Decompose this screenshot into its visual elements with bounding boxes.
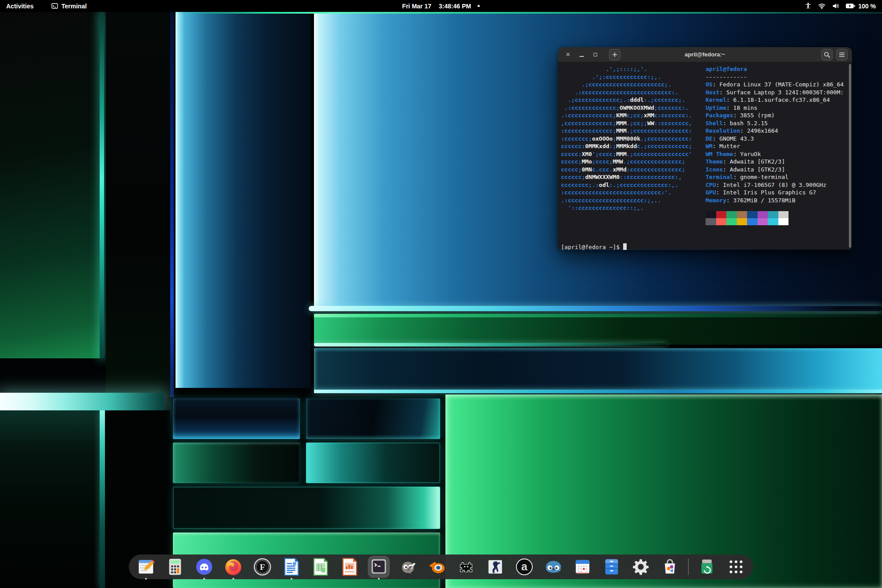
maximize-icon[interactable] [591, 51, 599, 59]
show-apps-icon [726, 557, 746, 577]
dock-item-text-editor[interactable] [135, 556, 157, 578]
close-icon[interactable]: × [564, 51, 572, 59]
dock: Fa [129, 555, 753, 579]
battery-indicator[interactable]: 100 % [845, 3, 876, 10]
dock-item-show-apps[interactable] [725, 556, 747, 578]
svg-text:a: a [521, 560, 528, 573]
running-indicator [145, 578, 147, 580]
notification-dot [478, 5, 480, 7]
palette-swatch [758, 211, 768, 218]
firefox-icon [223, 557, 243, 577]
palette-swatch [758, 218, 768, 225]
running-indicator [232, 578, 234, 580]
palette-swatch [747, 218, 758, 225]
focused-app-name: Terminal [61, 3, 86, 10]
dock-item-discord[interactable] [193, 556, 215, 578]
svg-text:F: F [260, 562, 265, 572]
wallpaper-green-line [314, 314, 882, 317]
palette-swatch [726, 211, 737, 218]
software-icon [660, 557, 680, 577]
accessibility-icon[interactable] [804, 2, 812, 10]
palette-swatch [747, 211, 758, 218]
dock-item-software[interactable] [659, 556, 681, 578]
wallpaper-glow-line [314, 343, 667, 346]
blender-icon [427, 557, 447, 577]
dock-item-godot[interactable] [542, 556, 564, 578]
wifi-icon[interactable] [818, 2, 826, 10]
wallpaper-frame-5 [173, 487, 440, 529]
terminal-body[interactable]: .',;::::;,'. .';:cccccccccccc:;,. .;cccc… [558, 62, 852, 249]
focused-app-menu[interactable]: Terminal [51, 3, 86, 10]
dock-item-retroarch[interactable] [455, 556, 477, 578]
palette-swatch [768, 211, 778, 218]
palette-swatch [726, 218, 737, 225]
wallpaper-cyan-line [309, 306, 882, 311]
volume-icon[interactable] [832, 2, 840, 10]
text-editor-icon [136, 557, 156, 577]
dock-item-a-app[interactable]: a [513, 556, 535, 578]
discord-icon [194, 557, 214, 577]
palette-swatch [737, 211, 747, 218]
dock-item-libreoffice-impress[interactable] [339, 556, 361, 578]
neofetch-ascii-art: .',;::::;,'. .';:cccccccccccc:;,. .;cccc… [561, 65, 692, 212]
retroarch-icon [456, 557, 476, 577]
wallpaper-green-band [314, 317, 882, 345]
dock-item-blender[interactable] [426, 556, 448, 578]
wallpaper-panel-navy [176, 12, 310, 388]
terminal-icon [369, 557, 389, 577]
battery-percent: 100 % [858, 3, 876, 10]
dock-item-calculator[interactable] [164, 556, 186, 578]
dock-item-trash[interactable] [696, 556, 718, 578]
dock-item-libreoffice-writer[interactable] [280, 556, 303, 578]
wallpaper-panel-bottom-left [0, 410, 100, 588]
dock-item-f-app[interactable]: F [251, 556, 273, 578]
counter-strike-icon [485, 557, 505, 577]
battery-icon [845, 3, 856, 9]
palette-swatch [768, 218, 778, 225]
settings-icon [631, 557, 651, 577]
libreoffice-calc-icon [310, 557, 331, 577]
wallpaper-teal-band [314, 348, 882, 391]
shell-prompt: [april@fedora ~]$ [561, 244, 620, 250]
dock-item-files[interactable] [601, 556, 623, 578]
terminal-title: april@fedora:~ [685, 51, 725, 58]
calculator-icon [165, 557, 185, 577]
top-bar: Activities Terminal Fri Mar 17 3:48:46 P… [0, 0, 882, 12]
running-indicator [378, 578, 380, 580]
running-indicator [291, 578, 292, 580]
clock-button[interactable]: Fri Mar 17 3:48:46 PM [402, 3, 480, 10]
search-button[interactable] [821, 49, 833, 60]
palette-swatch [716, 218, 727, 225]
dock-item-settings[interactable] [630, 556, 652, 578]
new-tab-button[interactable] [609, 49, 620, 60]
dock-item-calendar[interactable] [572, 556, 594, 578]
minimize-icon[interactable] [578, 51, 586, 59]
a-app-icon: a [514, 557, 534, 577]
palette-swatch [778, 218, 789, 225]
activities-button[interactable]: Activities [0, 3, 40, 10]
calendar-icon [572, 557, 593, 577]
dock-item-terminal[interactable] [368, 556, 390, 578]
wallpaper-glow-bar-left [0, 393, 164, 410]
godot-icon [543, 557, 564, 577]
wallpaper-frame-4 [306, 443, 440, 483]
libreoffice-writer-icon [281, 557, 302, 577]
terminal-scrollbar[interactable] [849, 64, 851, 248]
wallpaper-panel-dark [106, 12, 170, 397]
dock-item-counter-strike[interactable] [484, 556, 506, 578]
terminal-cursor [623, 243, 627, 250]
terminal-titlebar[interactable]: × april@fedora:~ [558, 47, 852, 62]
wallpaper-panel-left [0, 12, 102, 358]
system-tray[interactable]: 100 % [804, 2, 882, 10]
dock-item-gimp[interactable] [397, 556, 419, 578]
search-icon [824, 52, 830, 58]
wallpaper-glow-strip [100, 410, 105, 588]
dock-item-firefox[interactable] [222, 556, 244, 578]
desktop: Activities Terminal Fri Mar 17 3:48:46 P… [0, 0, 882, 588]
dock-item-libreoffice-calc[interactable] [310, 556, 332, 578]
neofetch-info: april@fedora ------------ OS: Fedora Lin… [706, 65, 844, 204]
terminal-window[interactable]: × april@fedora:~ .',;::::;,'. [558, 47, 852, 250]
menu-button[interactable] [836, 49, 848, 60]
trash-icon [697, 557, 717, 577]
palette-swatch [737, 218, 747, 225]
